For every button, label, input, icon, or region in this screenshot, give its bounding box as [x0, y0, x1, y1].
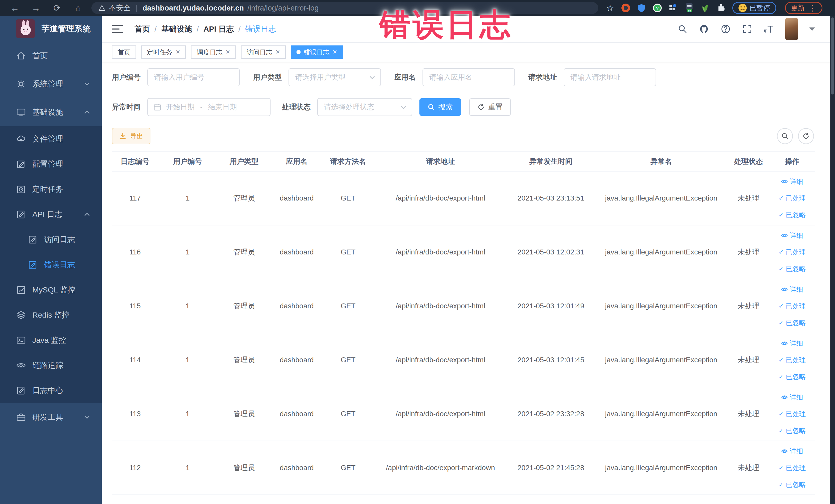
row-ignored-link[interactable]: ✓已忽略: [778, 372, 806, 381]
search-icon[interactable]: [677, 24, 688, 34]
tag-access-log[interactable]: 访问日志✕: [241, 45, 286, 59]
col-header-user-type: 用户类型: [217, 157, 271, 166]
extension-leaf-icon[interactable]: [700, 3, 710, 13]
address-bar[interactable]: 不安全 | dashboard.yudao.iocoder.cn/infra/l…: [91, 2, 598, 14]
breadcrumb-current: 错误日志: [245, 24, 276, 35]
eye-icon: [781, 394, 788, 401]
paused-extension-pill[interactable]: 已暂停: [732, 2, 776, 14]
sidebar-item-scheduled-jobs[interactable]: 定时任务: [0, 177, 102, 202]
row-ignored-link[interactable]: ✓已忽略: [778, 210, 806, 220]
browser-reload-icon[interactable]: ⟳: [51, 3, 63, 13]
browser-menu-icon: ⋮: [809, 4, 816, 13]
process-status-select-input[interactable]: [317, 98, 412, 116]
user-avatar[interactable]: [785, 18, 798, 40]
sidebar-item-api-log[interactable]: API 日志: [0, 202, 102, 227]
svg-text:V: V: [656, 6, 659, 10]
extension-grid-icon[interactable]: [669, 3, 678, 13]
user-type-select[interactable]: [288, 68, 381, 86]
process-status-select[interactable]: [317, 98, 412, 116]
user-id-input[interactable]: [147, 68, 240, 86]
sidebar-item-config-mgmt[interactable]: 配置管理: [0, 152, 102, 177]
cell-actions: 详细 ✓已处理 ✓已忽略: [769, 231, 815, 274]
font-size-icon[interactable]: [763, 24, 774, 34]
sidebar-item-label: 系统管理: [32, 79, 63, 89]
sidebar-item-home[interactable]: 首页: [0, 42, 102, 70]
extension-on-badge-icon[interactable]: on: [685, 3, 694, 13]
bookmark-star-icon[interactable]: ☆: [606, 3, 615, 13]
refresh-table-button[interactable]: [798, 128, 814, 144]
exception-time-range-picker[interactable]: 开始日期 - 结束日期: [147, 98, 270, 116]
row-processed-link[interactable]: ✓已处理: [778, 248, 806, 257]
row-processed-link[interactable]: ✓已处理: [778, 409, 806, 419]
extension-v-green-icon[interactable]: V: [653, 3, 662, 13]
request-url-label: 请求地址: [528, 73, 557, 82]
sidebar-item-error-log[interactable]: 错误日志: [0, 252, 102, 277]
row-processed-link[interactable]: ✓已处理: [778, 356, 806, 365]
collapse-sidebar-icon[interactable]: [112, 24, 123, 34]
sidebar-item-tracing[interactable]: 链路追踪: [0, 353, 102, 378]
breadcrumb-api-log[interactable]: API 日志: [204, 24, 234, 35]
extension-orange-icon[interactable]: [622, 4, 630, 12]
sidebar-item-log-center[interactable]: 日志中心: [0, 378, 102, 403]
browser-forward-icon[interactable]: →: [30, 3, 42, 13]
sidebar-item-infrastructure[interactable]: 基础设施: [0, 98, 102, 126]
cell-user-type: 管理员: [217, 355, 271, 365]
sidebar-item-redis-monitor[interactable]: Redis 监控: [0, 302, 102, 328]
sidebar-item-mysql-monitor[interactable]: MySQL 监控: [0, 277, 102, 302]
row-processed-link[interactable]: ✓已处理: [778, 302, 806, 311]
browser-update-button[interactable]: 更新 ⋮: [785, 2, 822, 14]
fullscreen-icon[interactable]: [742, 24, 752, 34]
request-url-input[interactable]: [564, 68, 656, 86]
sidebar-item-dev-tools[interactable]: 研发工具: [0, 403, 102, 431]
user-menu-caret-icon[interactable]: [809, 27, 815, 31]
close-icon[interactable]: ✕: [225, 49, 230, 56]
sidebar-item-file-mgmt[interactable]: 文件管理: [0, 126, 102, 152]
cell-method: GET: [322, 302, 374, 310]
row-ignored-link[interactable]: ✓已忽略: [778, 480, 806, 489]
extensions-puzzle-icon[interactable]: [716, 3, 726, 13]
cell-request-url: /api/infra/db-doc/export-html: [374, 356, 507, 364]
help-icon[interactable]: [720, 24, 731, 34]
sidebar-item-access-log[interactable]: 访问日志: [0, 227, 102, 252]
search-button[interactable]: 搜索: [420, 98, 461, 116]
browser-back-icon[interactable]: ←: [9, 3, 21, 13]
row-detail-link[interactable]: 详细: [781, 393, 803, 402]
row-processed-link[interactable]: ✓已处理: [778, 463, 806, 472]
update-label: 更新: [791, 3, 805, 13]
sidebar-item-system-mgmt[interactable]: 系统管理: [0, 70, 102, 98]
breadcrumb-separator: /: [197, 25, 199, 33]
row-ignored-link[interactable]: ✓已忽略: [778, 318, 806, 327]
tag-schedule-log[interactable]: 调度日志✕: [191, 45, 236, 59]
reset-button[interactable]: 重置: [469, 98, 511, 116]
toggle-search-button[interactable]: [777, 128, 793, 144]
browser-home-icon[interactable]: ⌂: [73, 3, 84, 13]
close-icon[interactable]: ✕: [276, 49, 280, 56]
row-ignored-link[interactable]: ✓已忽略: [778, 264, 806, 274]
edit-icon: [16, 159, 26, 169]
breadcrumb-infrastructure[interactable]: 基础设施: [161, 24, 192, 35]
scrollbar-thumb[interactable]: [831, 18, 834, 95]
extension-shield-icon[interactable]: [637, 3, 646, 13]
user-type-select-input[interactable]: [288, 68, 381, 86]
close-icon[interactable]: ✕: [176, 49, 180, 56]
page-scrollbar[interactable]: [830, 16, 835, 504]
app-logo-row[interactable]: 芋道管理系统: [0, 16, 102, 42]
tag-home[interactable]: 首页: [112, 45, 136, 59]
github-icon[interactable]: [699, 24, 709, 34]
export-button[interactable]: 导出: [112, 128, 150, 144]
tag-error-log[interactable]: 错误日志✕: [291, 45, 343, 59]
row-processed-link[interactable]: ✓已处理: [778, 194, 806, 203]
row-detail-link[interactable]: 详细: [781, 339, 803, 348]
breadcrumb-home[interactable]: 首页: [135, 24, 150, 35]
row-detail-link[interactable]: 详细: [781, 231, 803, 240]
row-detail-link[interactable]: 详细: [781, 447, 803, 456]
row-ignored-link[interactable]: ✓已忽略: [778, 426, 806, 435]
row-detail-link[interactable]: 详细: [781, 177, 803, 186]
tag-scheduled-jobs[interactable]: 定时任务✕: [141, 45, 186, 59]
download-icon: [119, 133, 126, 140]
check-icon: ✓: [778, 481, 784, 488]
close-icon[interactable]: ✕: [332, 49, 337, 56]
row-detail-link[interactable]: 详细: [781, 285, 803, 294]
app-name-input[interactable]: [423, 68, 515, 86]
sidebar-item-java-monitor[interactable]: Java 监控: [0, 328, 102, 353]
